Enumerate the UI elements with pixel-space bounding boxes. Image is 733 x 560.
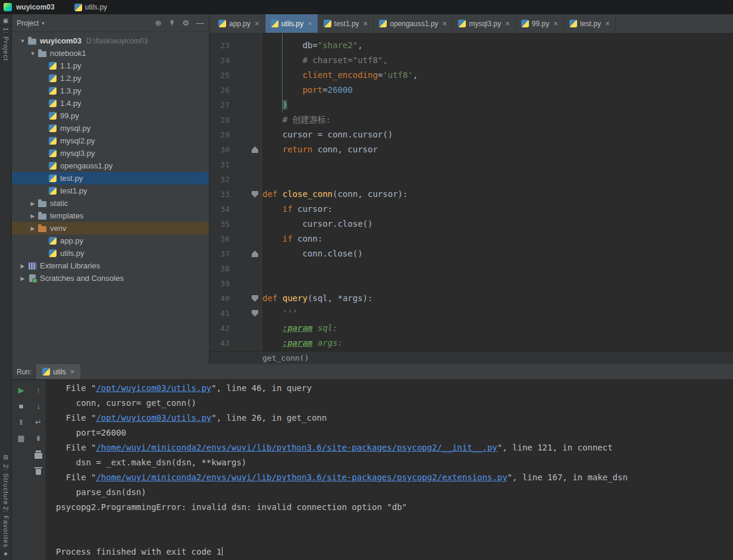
print-icon[interactable] [33,449,43,459]
console-line: dsn = _ext.make_dsn(dsn, **kwargs) [56,455,733,470]
line-number[interactable]: 39 [209,276,230,291]
close-icon[interactable]: × [308,19,312,28]
stacktrace-link[interactable]: /home/wuyi/miniconda2/envs/wuyi/lib/pyth… [96,473,507,482]
fold-marker-icon[interactable] [252,191,258,198]
tab-opengauss1-py[interactable]: opengauss1.py× [374,14,453,33]
editor[interactable]: 23 db="share2",24 # charset="utf8",25 cl… [209,33,733,351]
rerun-icon[interactable]: ▶ [16,385,26,395]
locate-icon[interactable]: ⊕ [155,19,162,27]
tree-item-test-py[interactable]: test.py [12,172,209,184]
python-icon [48,237,57,245]
tree-item-test1-py[interactable]: test1.py [12,184,209,197]
tab-test-py[interactable]: test.py× [564,14,616,33]
tree-item-1-2-py[interactable]: 1.2.py [12,72,209,85]
run-tab-utils[interactable]: utils × [36,364,80,379]
tree-item-mysql2-py[interactable]: mysql2.py [12,134,209,147]
line-number[interactable]: 31 [209,157,230,172]
line-number[interactable]: 25 [209,68,230,83]
line-number[interactable]: 28 [209,112,230,127]
chevron-expanded-icon[interactable]: ▼ [18,38,27,44]
tree-item-1-1-py[interactable]: 1.1.py [12,60,209,72]
line-number[interactable]: 37 [209,246,230,261]
line-number[interactable]: 41 [209,306,230,321]
project-view-dropdown[interactable]: Project ▾ [17,19,45,27]
collapse-all-icon[interactable]: ↟ [168,19,175,27]
up-stacktrace-icon[interactable]: ↑ [33,385,43,395]
close-icon[interactable]: × [605,19,610,28]
line-number[interactable]: 43 [209,336,230,351]
line-number[interactable]: 36 [209,231,230,246]
soft-wrap-icon[interactable]: ↵ [33,417,43,427]
tab-app-py[interactable]: app.py× [213,14,265,33]
clear-all-icon[interactable] [33,465,43,475]
close-icon[interactable]: × [553,19,558,28]
chevron-collapsed-icon[interactable]: ▶ [18,276,27,281]
tree-item-notebook1[interactable]: ▼notebook1 [12,47,209,60]
tree-item-static[interactable]: ▶static [12,197,209,209]
clipped-code-line [209,33,733,38]
tree-item-1-4-py[interactable]: 1.4.py [12,97,209,110]
chevron-collapsed-icon[interactable]: ▶ [28,213,37,219]
stacktrace-link[interactable]: /opt/wuyicom03/utils.py [96,413,211,423]
line-number[interactable]: 27 [209,98,230,112]
console-output[interactable]: File "/opt/wuyicom03/utils.py", line 46,… [46,380,733,560]
tab-99-py[interactable]: 99.py× [516,14,564,33]
close-icon[interactable]: × [70,367,75,376]
tree-item-opengauss1-py[interactable]: opengauss1.py [12,159,209,172]
chevron-collapsed-icon[interactable]: ▶ [28,226,37,231]
close-icon[interactable]: × [443,19,447,28]
tree-item-external-libraries[interactable]: ▶External Libraries [12,259,209,272]
line-number[interactable]: 35 [209,217,230,231]
close-icon[interactable]: × [364,19,368,28]
line-number[interactable]: 30 [209,142,230,157]
line-number[interactable]: 33 [209,187,230,202]
chevron-collapsed-icon[interactable]: ▶ [28,201,37,207]
line-number[interactable]: 23 [209,38,230,53]
python-icon [48,187,57,195]
tree-item-99-py[interactable]: 99.py [12,110,209,122]
stacktrace-link[interactable]: /opt/wuyicom03/utils.py [96,383,211,393]
tree-item-mysql-py[interactable]: mysql.py [12,122,209,134]
line-number[interactable]: 42 [209,321,230,336]
fold-marker-icon[interactable] [252,146,258,153]
close-icon[interactable]: × [505,19,510,28]
tool-button-project[interactable]: ▣ 1: Project [0,17,11,61]
tool-button-favorites[interactable]: 2: Favorites ★ [0,506,11,558]
down-stacktrace-icon[interactable]: ↓ [33,401,43,411]
code-line-28: 28 # 创建游标: [209,112,733,127]
tree-item-scratches-and-consoles[interactable]: ▶Scratches and Consoles [12,272,209,284]
close-icon[interactable]: × [255,19,259,28]
chevron-collapsed-icon[interactable]: ▶ [18,263,27,269]
tab-utils-py[interactable]: utils.py× [265,14,318,33]
pause-output-icon[interactable]: ‖ [16,417,26,427]
tab-test1-py[interactable]: test1.py× [318,14,374,33]
fold-marker-icon[interactable] [252,310,258,317]
tree-item-wuyicom03[interactable]: ▼wuyicom03D:\flask\wuyicom03 [12,35,209,47]
line-number[interactable]: 32 [209,172,230,187]
tree-item-mysql3-py[interactable]: mysql3.py [12,147,209,159]
tree-item-1-3-py[interactable]: 1.3.py [12,85,209,97]
fold-marker-icon[interactable] [252,251,258,257]
line-number[interactable]: 40 [209,291,230,306]
folder-icon [38,226,46,232]
line-number[interactable]: 34 [209,202,230,217]
fold-marker-icon[interactable] [252,295,258,302]
stacktrace-link[interactable]: /home/wuyi/miniconda2/envs/wuyi/lib/pyth… [96,443,497,452]
line-number[interactable]: 38 [209,261,230,276]
chevron-expanded-icon[interactable]: ▼ [28,51,37,57]
tool-button-structure[interactable]: ⊞ 2: Structure [0,454,11,505]
tab-mysql3-py[interactable]: mysql3.py× [453,14,516,33]
tree-item-templates[interactable]: ▶templates [12,209,209,222]
settings-icon[interactable]: ⚙ [182,19,189,27]
python-icon [49,187,57,195]
tree-item-app-py[interactable]: app.py [12,234,209,247]
scroll-to-end-icon[interactable]: ⇟ [33,433,43,443]
line-number[interactable]: 29 [209,127,230,142]
line-number[interactable]: 24 [209,53,230,68]
stop-icon[interactable]: ■ [16,401,26,411]
hide-panel-icon[interactable]: — [196,19,204,27]
tree-item-utils-py[interactable]: utils.py [12,247,209,259]
tree-item-venv[interactable]: ▶venv [12,222,209,234]
restore-layout-icon[interactable]: ▦ [16,433,26,443]
line-number[interactable]: 26 [209,83,230,98]
